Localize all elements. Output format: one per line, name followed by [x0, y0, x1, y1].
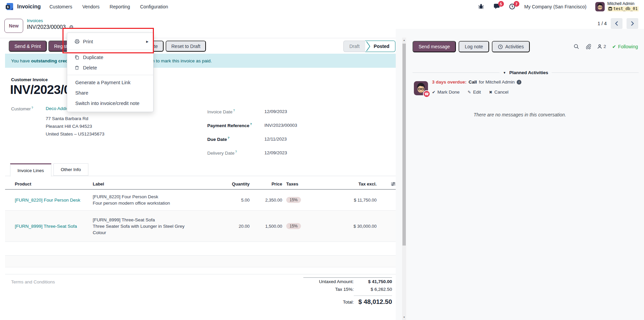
col-subtotal[interactable]: Tax excl. [327, 181, 377, 186]
line-quantity[interactable]: 20.00 [227, 224, 250, 229]
database-name: test_db_01 [613, 6, 638, 11]
gear-context-menu: Print ▶ Duplicate Delete Generate a Paym… [67, 33, 154, 112]
outstanding-credits-alert: You have outstanding credits for this cu… [5, 54, 396, 68]
optional-columns-icon[interactable] [391, 181, 396, 186]
top-nav-bar: $ Invoicing Customers Vendors Reporting … [0, 0, 644, 13]
address-line: United States – US12345673 [46, 130, 104, 138]
messages-icon[interactable]: 5 [493, 3, 500, 10]
product-link[interactable]: [FURN_8999] Three-Seat Sofa [15, 224, 93, 229]
col-quantity[interactable]: Quantity [227, 181, 250, 186]
field-delivery-date: Delivery Date? 12/09/2023 [207, 146, 395, 160]
empty-conversation-message: There are no messages in this conversati… [396, 112, 644, 117]
tax-tag[interactable]: 15% [286, 197, 301, 203]
scrollbar-up-arrow[interactable]: ▲ [402, 38, 406, 42]
user-menu[interactable]: Mitchell Admin test_db_01 [595, 1, 639, 12]
menu-configuration[interactable]: Configuration [140, 4, 168, 9]
log-note-button[interactable]: Log note [459, 41, 489, 52]
customer-link[interactable]: Deco Addict [46, 106, 70, 111]
status-draft[interactable]: Draft [343, 41, 365, 52]
send-message-button[interactable]: Send message [413, 41, 456, 52]
form-scrollbar[interactable]: ▲ ▼ [402, 38, 406, 320]
scrollbar-thumb[interactable] [402, 44, 406, 246]
line-label-description: Three Seater Sofa with Lounger in Steel … [93, 223, 194, 236]
info-icon[interactable]: i [517, 80, 521, 85]
debug-bug-icon[interactable] [478, 3, 485, 10]
clock-icon [498, 44, 503, 49]
menu-item-label: Delete [83, 65, 97, 70]
invoice-date-value[interactable]: 12/09/2023 [264, 109, 287, 114]
printer-icon [74, 39, 80, 44]
menu-item-delete[interactable]: Delete [67, 62, 153, 73]
lines-table-header: Product Label Quantity Price Taxes Tax e… [5, 178, 396, 190]
attachments-icon[interactable] [585, 44, 591, 49]
tax-tag[interactable]: 15% [286, 223, 301, 229]
table-end-divider [5, 274, 396, 274]
following-button[interactable]: ✔ Following [612, 44, 638, 49]
menu-reporting[interactable]: Reporting [110, 4, 130, 9]
payment-reference-value[interactable]: INV/2023/00003 [264, 123, 297, 128]
invoice-line-row[interactable]: [FURN_8220] Four Person Desk [FURN_8220]… [5, 190, 396, 211]
company-switcher[interactable]: My Company (San Francisco) [524, 4, 587, 9]
col-taxes[interactable]: Taxes [286, 181, 327, 186]
search-messages-icon[interactable] [573, 44, 579, 49]
app-switcher[interactable]: $ Invoicing [5, 3, 41, 11]
field-label: Delivery Date [207, 151, 234, 156]
line-label: [FURN_8999] Three-Seat Sofa Three Seater… [93, 214, 194, 238]
database-icon [608, 7, 612, 11]
followers-button[interactable]: 2 [597, 44, 606, 49]
due-date-value[interactable]: 12/11/2023 [264, 137, 287, 142]
field-label: Due Date [207, 137, 227, 142]
tab-invoice-lines[interactable]: Invoice Lines [10, 163, 51, 176]
pager-count: 1 / 4 [598, 21, 607, 26]
person-icon [597, 44, 602, 49]
menu-customers[interactable]: Customers [49, 4, 72, 9]
line-price[interactable]: 1,500.00 [250, 224, 282, 229]
untaxed-amount-row: Untaxed Amount: $ 41,750.00 [303, 279, 392, 287]
svg-text:$: $ [7, 5, 9, 9]
menu-item-duplicate[interactable]: Duplicate [67, 52, 153, 62]
address-line: Pleasant Hill CA 94523 [46, 122, 104, 130]
menu-item-share[interactable]: Share [67, 88, 153, 98]
menu-item-generate-payment-link[interactable]: Generate a Payment Link [67, 77, 153, 88]
followers-count: 2 [604, 44, 606, 49]
menu-item-print[interactable]: Print ▶ [67, 35, 153, 48]
tab-other-info[interactable]: Other Info [53, 163, 88, 176]
new-button[interactable]: New [4, 19, 23, 33]
activities-button[interactable]: Activities [492, 41, 530, 52]
planned-activities-header[interactable]: ▼ Planned Activities [413, 70, 639, 75]
breadcrumb-invoices-link[interactable]: Invoices [27, 18, 74, 23]
line-price[interactable]: 2,350.00 [250, 198, 282, 203]
menu-item-switch-invoice-credit-note[interactable]: Switch into invoice/credit note [67, 98, 153, 108]
call-activity-badge: ☎ [423, 90, 430, 98]
top-menu: Customers Vendors Reporting Configuratio… [49, 4, 168, 9]
line-quantity[interactable]: 5.00 [227, 198, 250, 203]
totals-top-border [303, 277, 392, 278]
line-label-description: Four person modern office workstation [93, 200, 194, 206]
mark-done-button[interactable]: ✔ Mark Done [432, 90, 460, 95]
app-name[interactable]: Invoicing [17, 4, 41, 10]
database-tag: test_db_01 [607, 6, 639, 11]
col-price[interactable]: Price [250, 181, 282, 186]
menu-item-label: Generate a Payment Link [75, 80, 130, 85]
total-value: $ 48,012.50 [354, 298, 392, 306]
tax-row: Tax 15%: $ 6,262.50 [303, 287, 392, 295]
reset-to-draft-button[interactable]: Reset to Draft [166, 41, 206, 52]
terms-and-conditions-placeholder[interactable]: Terms and Conditions [11, 279, 55, 284]
menu-vendors[interactable]: Vendors [82, 4, 99, 9]
edit-activity-button[interactable]: ✎ Edit [468, 90, 481, 95]
cancel-activity-button[interactable]: ✖ Cancel [489, 90, 508, 95]
scrollbar-down-arrow[interactable]: ▼ [402, 315, 406, 319]
activities-clock-icon[interactable]: 7 [509, 3, 516, 10]
pager-next-button[interactable] [627, 18, 638, 29]
invoice-line-row[interactable]: [FURN_8999] Three-Seat Sofa [FURN_8999] … [5, 211, 396, 242]
status-posted[interactable]: Posted [365, 41, 395, 52]
product-link[interactable]: [FURN_8220] Four Person Desk [15, 198, 93, 203]
col-product[interactable]: Product [15, 181, 93, 186]
delivery-date-value[interactable]: 12/09/2023 [264, 150, 287, 155]
send-and-print-button[interactable]: Send & Print [9, 41, 47, 52]
topbar-right: 5 7 My Company (San Francisco) [478, 1, 639, 12]
activity-assignee: for Mitchell Admin [479, 79, 515, 85]
col-label[interactable]: Label [93, 181, 227, 186]
gear-icon[interactable]: ⚙ [69, 24, 74, 30]
pager-previous-button[interactable] [611, 18, 622, 29]
